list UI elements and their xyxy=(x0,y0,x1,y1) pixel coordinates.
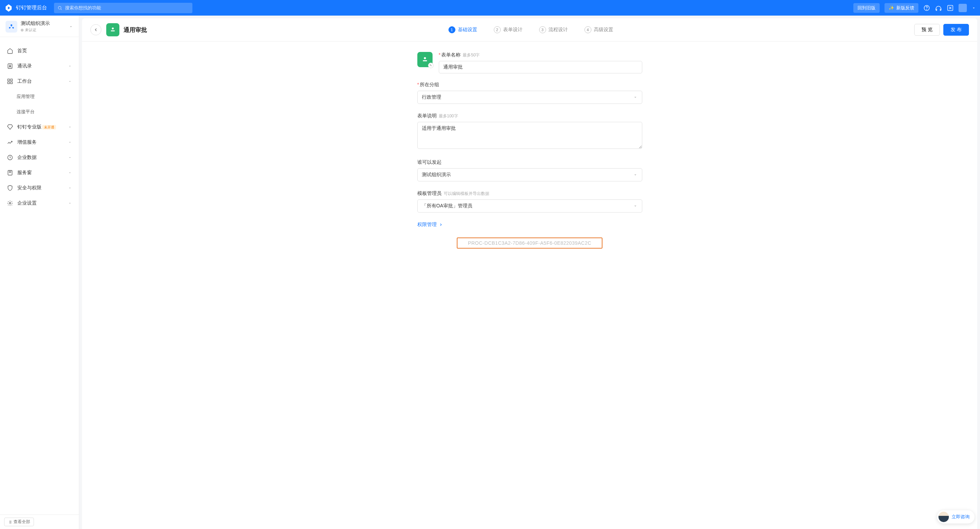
step-form-design[interactable]: 2 表单设计 xyxy=(494,26,523,33)
chevron-left-icon xyxy=(94,27,98,32)
initiator-select[interactable]: 测试组织演示 xyxy=(417,168,642,182)
svg-rect-17 xyxy=(111,30,115,32)
chevron-up-icon xyxy=(68,79,72,83)
form-name-label: *表单名称 最多50字 xyxy=(439,52,642,58)
top-bar: 钉钉管理后台 搜索你想找的功能 回到旧版 ✨ 新版反馈 xyxy=(0,0,980,16)
desc-label: 表单说明 最多100字 xyxy=(417,113,642,119)
stamp-icon xyxy=(421,56,429,64)
chevron-down-icon xyxy=(68,186,72,190)
chevron-down-icon xyxy=(68,170,72,175)
search-input[interactable]: 搜索你想找的功能 xyxy=(54,3,192,13)
chart-icon xyxy=(7,139,13,145)
bookmark-icon xyxy=(7,170,13,176)
nav-services[interactable]: 增值服务 xyxy=(0,135,79,150)
user-avatar[interactable] xyxy=(959,4,967,12)
process-id: PROC-DCB1C3A2-7D86-409F-A5F6-0E822039AC2… xyxy=(457,237,603,249)
form-type-icon xyxy=(106,23,119,37)
chevron-down-icon xyxy=(68,125,72,129)
badge-not-enabled: 未开通 xyxy=(42,125,56,129)
chevron-down-icon xyxy=(68,24,73,29)
back-button[interactable] xyxy=(90,24,102,35)
chevron-down-icon xyxy=(68,140,72,144)
help-icon[interactable] xyxy=(923,5,930,11)
nav-pro[interactable]: 钉钉专业版未开通 xyxy=(0,120,79,135)
step-basic[interactable]: 1 基础设置 xyxy=(449,26,477,33)
svg-rect-11 xyxy=(8,82,10,84)
form-body: ✎ *表单名称 最多50字 *所在分组 xyxy=(82,41,977,529)
nav-workbench[interactable]: 工作台 xyxy=(0,74,79,89)
chevron-down-icon xyxy=(633,172,638,177)
page-header: 通用审批 1 基础设置 2 表单设计 3 流程设计 4 高级设置 xyxy=(82,18,977,41)
org-name: 测试组织演示 xyxy=(21,21,65,27)
diamond-icon xyxy=(7,124,13,130)
publish-button[interactable]: 发 布 xyxy=(943,24,969,36)
admin-label: 模板管理员 可以编辑模板并导出数据 xyxy=(417,190,642,197)
edit-icon: ✎ xyxy=(428,63,434,68)
step-process[interactable]: 3 流程设计 xyxy=(539,26,568,33)
feedback-button[interactable]: ✨ 新版反馈 xyxy=(885,3,918,13)
svg-rect-12 xyxy=(11,82,13,84)
svg-point-2 xyxy=(927,9,927,10)
svg-point-18 xyxy=(424,57,426,59)
dingtalk-logo-icon xyxy=(4,3,13,13)
org-icon xyxy=(6,21,17,33)
fullscreen-icon[interactable] xyxy=(947,5,954,11)
nav-settings[interactable]: 企业设置 xyxy=(0,196,79,211)
page-title: 通用审批 xyxy=(124,26,147,34)
form-icon-picker[interactable]: ✎ xyxy=(417,52,433,67)
org-switcher[interactable]: 测试组织演示 未认证 xyxy=(0,16,79,37)
desc-textarea[interactable] xyxy=(417,122,642,149)
svg-rect-14 xyxy=(8,170,12,175)
permission-link[interactable]: 权限管理 xyxy=(417,221,642,228)
nav-contacts[interactable]: 通讯录 xyxy=(0,59,79,74)
svg-rect-19 xyxy=(423,60,427,61)
group-label: *所在分组 xyxy=(417,82,642,88)
chevron-down-icon xyxy=(68,201,72,205)
org-status: 未认证 xyxy=(21,27,65,33)
search-icon xyxy=(57,6,62,10)
svg-point-15 xyxy=(10,202,11,204)
svg-point-8 xyxy=(10,65,11,67)
home-icon xyxy=(7,48,13,54)
form-name-input[interactable] xyxy=(439,61,642,73)
svg-rect-9 xyxy=(8,79,10,81)
chevron-down-icon xyxy=(633,204,638,209)
svg-rect-10 xyxy=(11,79,13,81)
view-all-button[interactable]: 查看全部 xyxy=(4,518,34,526)
grid-icon xyxy=(7,78,13,84)
brand-name: 钉钉管理后台 xyxy=(16,5,47,11)
admin-select[interactable]: 「所有OA审批」管理员 xyxy=(417,199,642,213)
consult-widget[interactable]: 立即咨询 xyxy=(937,510,974,523)
nav-connect-platform[interactable]: 连接平台 xyxy=(0,104,79,120)
nav-service-window[interactable]: 服务窗 xyxy=(0,165,79,180)
svg-point-4 xyxy=(11,24,13,26)
old-version-button[interactable]: 回到旧版 xyxy=(853,3,880,13)
svg-point-16 xyxy=(112,28,114,30)
support-icon[interactable] xyxy=(935,5,942,11)
clock-icon xyxy=(7,155,13,161)
group-select[interactable]: 行政管理 xyxy=(417,91,642,104)
gear-icon xyxy=(7,200,13,206)
svg-point-0 xyxy=(58,6,61,9)
chevron-down-icon[interactable] xyxy=(972,6,976,10)
step-advanced[interactable]: 4 高级设置 xyxy=(584,26,613,33)
initiator-label: 谁可以发起 xyxy=(417,159,642,166)
preview-button[interactable]: 预 览 xyxy=(914,24,940,36)
list-icon xyxy=(8,520,12,524)
nav-app-manage[interactable]: 应用管理 xyxy=(0,89,79,104)
consult-avatar-icon xyxy=(939,512,949,522)
chevron-down-icon xyxy=(633,95,638,100)
nav-security[interactable]: 安全与权限 xyxy=(0,180,79,196)
nav-list: 首页 通讯录 工作台 应用管理 连接平台 钉钉专业版未开通 xyxy=(0,37,79,515)
chevron-down-icon xyxy=(68,155,72,159)
steps: 1 基础设置 2 表单设计 3 流程设计 4 高级设置 xyxy=(147,26,914,33)
nav-home[interactable]: 首页 xyxy=(0,43,79,59)
contacts-icon xyxy=(7,63,13,69)
nav-data[interactable]: 企业数据 xyxy=(0,150,79,165)
sparkle-icon: ✨ xyxy=(889,5,894,10)
chevron-right-icon xyxy=(439,223,443,227)
sidebar: 测试组织演示 未认证 首页 通讯录 工作台 应用管理 xyxy=(0,16,79,529)
chevron-down-icon xyxy=(68,64,72,68)
shield-icon xyxy=(7,185,13,191)
